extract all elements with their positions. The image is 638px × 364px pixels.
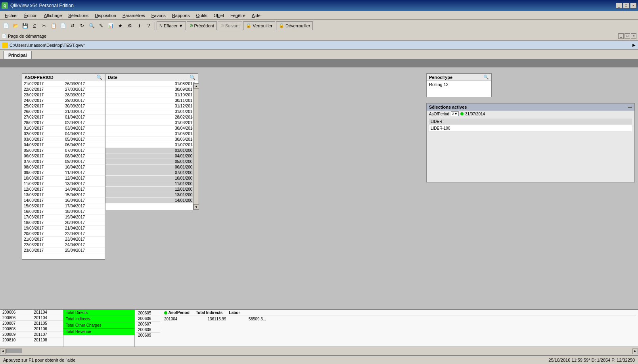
list-item[interactable]: 22/04/2017 [63, 231, 105, 237]
list-item[interactable]: 25/04/2017 [63, 248, 105, 253]
list-item[interactable]: 24/02/2017 [22, 98, 63, 103]
list-item[interactable]: 21/02/2017 [22, 81, 63, 87]
date-list-item[interactable]: 30/09/2013 [105, 87, 198, 92]
menu-edition[interactable]: Édition [21, 12, 41, 19]
date-list-item-grey[interactable]: 05/01/2005 [105, 159, 198, 165]
menu-affichage[interactable]: Affichage [41, 12, 65, 19]
list-item[interactable]: 20/03/2017 [22, 231, 63, 237]
list-item[interactable]: 08/04/2017 [63, 153, 105, 159]
scroll-right-arrow[interactable]: ► [632, 349, 638, 354]
menu-outils[interactable]: Outils [193, 12, 211, 19]
list-item[interactable]: 23/04/2017 [63, 237, 105, 242]
date-list-item-grey[interactable]: 04/01/2005 [105, 153, 198, 159]
list-item[interactable]: 23/03/2017 [22, 248, 63, 253]
close-button[interactable]: × [630, 3, 636, 8]
menu-objet[interactable]: Objet [211, 12, 227, 19]
list-item[interactable]: 02/04/2017 [63, 120, 105, 126]
date-scroll-down[interactable]: ▼ [194, 204, 199, 210]
list-item[interactable]: 21/03/2017 [22, 237, 63, 242]
list-item[interactable]: 06/03/2017 [22, 153, 63, 159]
info-button[interactable]: ℹ [135, 21, 144, 30]
asofperiod-indicator[interactable]: 2▼ [451, 111, 459, 116]
date-list-item-grey[interactable]: 10/01/2005 [105, 176, 198, 181]
list-item[interactable]: 24/04/2017 [63, 242, 105, 248]
scroll-left-arrow[interactable]: ◄ [0, 349, 6, 354]
list-item[interactable]: 01/04/2017 [63, 115, 105, 120]
list-item[interactable]: 17/04/2017 [63, 203, 105, 209]
list-item[interactable]: 27/03/2017 [63, 87, 105, 92]
list-item[interactable]: 26/02/2017 [22, 109, 63, 115]
list-item[interactable]: 01/03/2017 [22, 126, 63, 131]
cut-button[interactable]: ✂ [40, 21, 48, 30]
clear-dropdown-icon[interactable]: ▼ [179, 23, 183, 28]
unlock-button[interactable]: 🔓 Déverrouiller [276, 21, 313, 30]
list-item[interactable]: 12/03/2017 [22, 187, 63, 192]
list-item[interactable]: 19/04/2017 [63, 215, 105, 220]
next-button[interactable]: ⊙ Suivant [218, 21, 243, 30]
menu-fichier[interactable]: Fichier [2, 12, 21, 19]
menu-fenetre[interactable]: Fenêtre [227, 12, 249, 19]
active-selections-minus[interactable]: — [628, 105, 632, 109]
save-button[interactable]: 💾 [21, 21, 29, 30]
date-list-item-grey[interactable]: 12/01/2005 [105, 187, 198, 192]
list-item[interactable]: 02/03/2017 [22, 131, 63, 137]
page-close-button[interactable]: × [631, 33, 636, 39]
date-list-item[interactable]: 30/06/2014 [105, 137, 198, 142]
sheet-scrollbar-h[interactable]: ◄ ► [0, 347, 638, 355]
list-item[interactable]: 30/03/2017 [63, 103, 105, 109]
list-item[interactable]: 15/04/2017 [63, 192, 105, 198]
list-item[interactable]: 05/04/2017 [63, 137, 105, 142]
page-minimize-button[interactable]: _ [618, 33, 624, 39]
undo-button[interactable]: ↺ [68, 21, 77, 30]
list-item[interactable]: 22/02/2017 [22, 87, 63, 92]
minimize-button[interactable]: _ [616, 3, 622, 8]
list-item[interactable]: 23/02/2017 [22, 92, 63, 98]
menu-aide[interactable]: Aide [249, 12, 264, 19]
list-item[interactable]: 28/03/2017 [63, 92, 105, 98]
date-scroll-up[interactable]: ▲ [194, 83, 199, 89]
date-list-item[interactable]: 31/05/2014 [105, 131, 198, 137]
list-item[interactable]: 11/04/2017 [63, 170, 105, 176]
list-item[interactable]: 09/03/2017 [22, 170, 63, 176]
list-item[interactable]: 27/02/2017 [22, 115, 63, 120]
clear-button[interactable]: N Effacer ▼ [157, 21, 186, 30]
list-item[interactable]: 11/03/2017 [22, 181, 63, 187]
list-item[interactable]: 16/04/2017 [63, 198, 105, 203]
tab-principal[interactable]: Principal [3, 51, 32, 59]
date-list-item[interactable]: 30/11/2013 [105, 98, 198, 103]
filepath-expand-icon[interactable]: ▶ [632, 43, 636, 47]
settings-button[interactable]: ⚙ [125, 21, 134, 30]
list-item[interactable]: 14/04/2017 [63, 187, 105, 192]
list-item[interactable]: 21/04/2017 [63, 226, 105, 231]
date-search-icon[interactable]: 🔍 [190, 75, 195, 80]
chart-button[interactable]: 📊 [106, 21, 115, 30]
date-list-item-grey[interactable]: 14/01/2005 [105, 198, 198, 203]
asofperiod-search-icon[interactable]: 🔍 [96, 75, 102, 80]
list-item[interactable]: 28/02/2017 [22, 120, 63, 126]
menu-rapports[interactable]: Rapports [169, 12, 193, 19]
date-scrollbar[interactable]: ▲ ▼ [193, 83, 198, 210]
edit-button[interactable]: ✎ [97, 21, 105, 30]
list-item[interactable]: 06/04/2017 [63, 142, 105, 148]
list-item[interactable]: 19/03/2017 [22, 226, 63, 231]
list-item[interactable]: 26/03/2017 [63, 81, 105, 87]
date-list-item[interactable]: 28/02/2014 [105, 115, 198, 120]
list-item[interactable]: 04/04/2017 [63, 131, 105, 137]
list-item[interactable]: 05/03/2017 [22, 148, 63, 153]
date-list-item[interactable]: 31/10/2013 [105, 92, 198, 98]
print-button[interactable]: 🖨 [30, 21, 39, 30]
list-item[interactable]: 25/02/2017 [22, 103, 63, 109]
title-bar-controls[interactable]: _ □ × [616, 3, 636, 8]
list-item[interactable]: 29/03/2017 [63, 98, 105, 103]
date-list-item-grey[interactable]: 11/01/2005 [105, 181, 198, 187]
menu-selections[interactable]: Sélections [65, 12, 92, 19]
list-item[interactable]: 03/03/2017 [22, 137, 63, 142]
list-item[interactable]: 16/03/2017 [22, 209, 63, 215]
list-item[interactable]: 13/03/2017 [22, 192, 63, 198]
list-item[interactable]: 07/03/2017 [22, 159, 63, 165]
list-item[interactable]: 14/03/2017 [22, 198, 63, 203]
date-list-item-grey[interactable]: 06/01/2005 [105, 165, 198, 170]
maximize-button[interactable]: □ [623, 3, 629, 8]
list-item[interactable]: 18/03/2017 [22, 220, 63, 226]
menu-parametres[interactable]: Paramètres [119, 12, 148, 19]
